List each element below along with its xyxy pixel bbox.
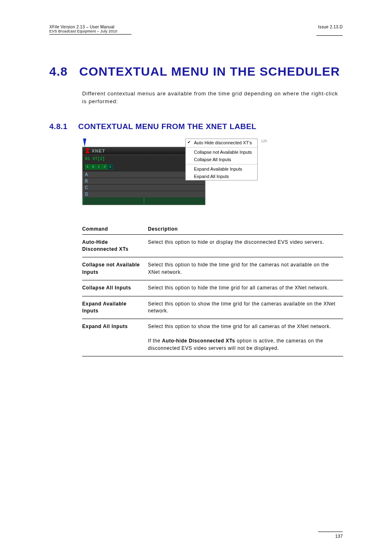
- context-menu-screenshot: XNET 01 XT[2] A B C D E A B C D Auto Hid…: [82, 139, 205, 205]
- server-identifier: 01 XT[2]: [85, 157, 105, 161]
- menu-auto-hide[interactable]: Auto Hide disconnected XT's: [186, 139, 257, 146]
- page-number: 137: [318, 534, 343, 539]
- col-description: Description: [148, 224, 343, 235]
- commands-table: Command Description Auto-Hide Disconnect…: [82, 224, 343, 356]
- table-row: Expand Available Inputs Select this opti…: [82, 296, 343, 319]
- header-subtitle: EVS Broadcast Equipment – July 2010: [49, 29, 118, 33]
- cmd-collapse-all: Collapse All Inputs: [82, 280, 148, 296]
- col-command: Command: [82, 224, 148, 235]
- xnet-label[interactable]: XNET: [92, 148, 105, 153]
- cmd-collapse-not-available: Collapse not Available Inputs: [82, 257, 148, 280]
- input-box-b[interactable]: B: [91, 164, 96, 169]
- section-title-text: CONTEXTUAL MENU IN THE SCHEDULER: [79, 65, 340, 79]
- desc-expand-available: Select this option to show the time grid…: [148, 296, 343, 319]
- desc-auto-hide: Select this option to hide or display th…: [148, 234, 343, 257]
- twelve-hour-label: 12h: [261, 139, 267, 143]
- menu-collapse-not-available[interactable]: Collapse not Available Inputs: [186, 148, 257, 156]
- row-c: C: [83, 184, 205, 191]
- input-box-c[interactable]: C: [97, 164, 101, 169]
- input-box-e[interactable]: E: [108, 164, 113, 169]
- subsection-number: 4.8.1: [49, 122, 67, 131]
- section-heading: 4.8 CONTEXTUAL MENU IN THE SCHEDULER: [49, 65, 343, 79]
- desc-expand-all: Select this option to show the time grid…: [148, 319, 343, 356]
- arrow-icon: [83, 139, 86, 147]
- row-d: D: [83, 191, 205, 197]
- cmd-expand-all: Expand All Inputs: [82, 319, 148, 356]
- menu-collapse-all[interactable]: Collapse All Inputs: [186, 156, 257, 163]
- header-title: XFile Version 2.13 – User Manual: [49, 25, 118, 29]
- desc-collapse-not-available: Select this option to hide the time grid…: [148, 257, 343, 280]
- menu-expand-available[interactable]: Expand Available Inputs: [186, 165, 257, 173]
- table-row: Collapse All Inputs Select this option t…: [82, 280, 343, 296]
- footer: 137: [318, 532, 343, 539]
- xnet-logo-icon: [85, 148, 90, 153]
- context-menu: Auto Hide disconnected XT's Collapse not…: [185, 139, 258, 180]
- cmd-auto-hide: Auto-Hide Disconnected XTs: [82, 234, 148, 257]
- intro-paragraph: Different contextual menus are available…: [82, 90, 343, 106]
- table-row: Collapse not Available Inputs Select thi…: [82, 257, 343, 280]
- table-row: Expand All Inputs Select this option to …: [82, 319, 343, 356]
- input-box-a[interactable]: A: [85, 164, 90, 169]
- subsection-title-text: CONTEXTUAL MENU FROM THE XNET LABEL: [78, 122, 256, 131]
- menu-expand-all[interactable]: Expand All Inputs: [186, 173, 257, 180]
- subsection-heading: 4.8.1 CONTEXTUAL MENU FROM THE XNET LABE…: [49, 122, 343, 131]
- table-row: Auto-Hide Disconnected XTs Select this o…: [82, 234, 343, 257]
- input-box-d[interactable]: D: [102, 164, 107, 169]
- header-issue: Issue 2.13.D: [318, 25, 343, 33]
- input-boxes: A B C D E: [85, 164, 113, 169]
- cmd-expand-available: Expand Available Inputs: [82, 296, 148, 319]
- section-number: 4.8: [49, 65, 68, 79]
- desc-collapse-all: Select this option to hide the time grid…: [148, 280, 343, 296]
